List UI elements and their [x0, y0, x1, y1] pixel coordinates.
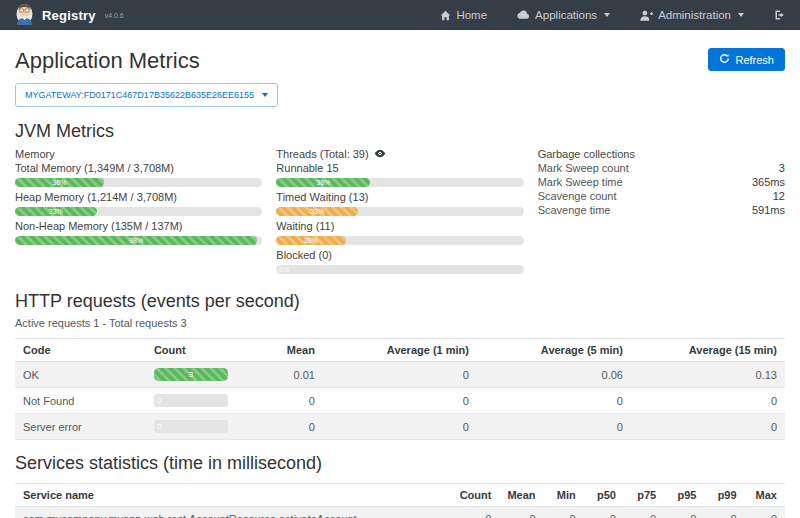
memory-title: Memory: [15, 147, 262, 161]
progress-fill: 98%: [15, 236, 257, 245]
col-header-max: Max: [745, 484, 785, 507]
cloud-icon: [517, 10, 530, 20]
memory-bar-nonheap: Non-Heap Memory (135M / 137M) 98%: [15, 220, 262, 245]
stat-cell: 0: [745, 507, 785, 518]
nav-item-label: Administration: [658, 9, 731, 21]
gc-label: Mark Sweep count: [538, 161, 629, 175]
gc-row: Scavenge time 591ms: [538, 203, 785, 217]
service-row: com.mycompany.myapp.web.rest.AccountReso…: [15, 507, 785, 518]
progress-fill: 3: [154, 368, 228, 381]
progress-fill: 33%: [15, 207, 97, 216]
avg5-cell: 0.06: [477, 362, 631, 388]
mean-cell: 0.01: [269, 362, 323, 388]
nav-item-administration[interactable]: Administration: [640, 9, 744, 21]
progress-track: 28%: [276, 236, 523, 245]
progress-track: 3: [154, 368, 228, 381]
progress-percent-label: 33%: [276, 207, 358, 216]
col-header-avg1: Average (1 min): [323, 339, 477, 362]
avg15-cell: 0: [631, 414, 785, 440]
jvm-metrics-grid: Memory Total Memory (1,349M / 3,708M) 36…: [15, 147, 785, 278]
sign-out-icon: [774, 9, 786, 21]
nav-item-home[interactable]: Home: [440, 9, 487, 21]
count-bar: 3: [154, 368, 228, 381]
gc-value: 365ms: [752, 175, 785, 189]
memory-bar-total: Total Memory (1,349M / 3,708M) 36%: [15, 162, 262, 187]
col-header-avg15: Average (15 min): [631, 339, 785, 362]
http-requests-subtitle: Active requests 1 - Total requests 3: [15, 317, 785, 329]
user-plus-icon: [640, 10, 653, 21]
col-header-min: Min: [544, 484, 584, 507]
col-header-p99: p99: [704, 484, 744, 507]
stat-cell: 0: [624, 507, 664, 518]
bar-label: Timed Waiting (13): [276, 191, 523, 204]
refresh-icon: [719, 53, 730, 66]
nav-items: Home Applications Administration: [440, 9, 786, 21]
nav-item-label: Home: [456, 9, 487, 21]
progress-track: 0: [154, 394, 228, 407]
progress-fill: 38%: [276, 178, 370, 187]
bar-label: Non-Heap Memory (135M / 137M): [15, 220, 262, 233]
gc-row: Scavenge count 12: [538, 189, 785, 203]
memory-bar-heap: Heap Memory (1,214M / 3,708M) 33%: [15, 191, 262, 216]
count-bar: 0: [154, 394, 228, 407]
gc-value: 12: [773, 189, 785, 203]
col-header-avg5: Average (5 min): [477, 339, 631, 362]
progress-fill: 36%: [15, 178, 104, 187]
http-code-cell: Server error: [15, 414, 146, 440]
navbar: Registry v4.0.6 Home Applications: [0, 0, 800, 30]
progress-percent-label: 33%: [15, 207, 97, 216]
jvm-metrics-heading: JVM Metrics: [15, 121, 785, 142]
instance-selector-dropdown[interactable]: MYGATEWAY:FD0171C467D17B35622B635E26EE61…: [15, 83, 278, 107]
refresh-button[interactable]: Refresh: [708, 48, 785, 71]
avg5-cell: 0: [477, 388, 631, 414]
stat-cell: 0: [664, 507, 704, 518]
gc-row: Mark Sweep time 365ms: [538, 175, 785, 189]
bar-label: Total Memory (1,349M / 3,708M): [15, 162, 262, 175]
stat-cell: 0: [499, 507, 543, 518]
brand[interactable]: Registry v4.0.6: [14, 1, 124, 29]
home-icon: [440, 10, 451, 21]
memory-column: Memory Total Memory (1,349M / 3,708M) 36…: [15, 147, 262, 278]
avg15-cell: 0.13: [631, 362, 785, 388]
http-requests-table: Code Count Mean Average (1 min) Average …: [15, 338, 785, 440]
progress-track: 33%: [15, 207, 262, 216]
bar-label: Runnable 15: [276, 162, 523, 175]
services-table-header-row: Service name Count Mean Min p50 p75 p95 …: [15, 484, 785, 507]
http-code-cell: Not Found: [15, 388, 146, 414]
service-name-cell: com.mycompany.myapp.web.rest.AccountReso…: [15, 507, 452, 518]
http-row-not-found: Not Found 0 0 0 0 0: [15, 388, 785, 414]
progress-track: 98%: [15, 236, 262, 245]
eye-icon[interactable]: [374, 147, 386, 161]
progress-percent-label: 28%: [276, 236, 345, 245]
progress-percent-label: 98%: [15, 236, 257, 245]
threads-column: Threads (Total: 39) Runnable 15 38%: [276, 147, 523, 278]
col-header-p50: p50: [584, 484, 624, 507]
bar-label: Waiting (11): [276, 220, 523, 233]
mean-cell: 0: [269, 388, 323, 414]
refresh-label: Refresh: [735, 54, 774, 66]
instance-selector-label: MYGATEWAY:FD0171C467D17B35622B635E26EE61…: [25, 90, 254, 100]
progress-percent-label: 0%: [279, 265, 289, 274]
http-code-cell: OK: [15, 362, 146, 388]
nav-item-applications[interactable]: Applications: [517, 9, 610, 21]
col-header-mean: Mean: [499, 484, 543, 507]
col-header-code: Code: [15, 339, 146, 362]
count-label: 0: [157, 420, 161, 433]
http-requests-heading: HTTP requests (events per second): [15, 291, 785, 312]
mean-cell: 0: [269, 414, 323, 440]
sign-out-button[interactable]: [774, 9, 786, 21]
col-header-p75: p75: [624, 484, 664, 507]
progress-track: 33%: [276, 207, 523, 216]
brand-version: v4.0.6: [105, 12, 124, 19]
http-row-server-error: Server error 0 0 0 0 0: [15, 414, 785, 440]
gc-title: Garbage collections: [538, 147, 785, 161]
col-header-service-name: Service name: [15, 484, 452, 507]
gc-value: 591ms: [752, 203, 785, 217]
http-row-ok: OK 3 0.01 0 0.06 0.13: [15, 362, 785, 388]
bar-label: Blocked (0): [276, 249, 523, 262]
avg15-cell: 0: [631, 388, 785, 414]
gc-label: Scavenge count: [538, 189, 617, 203]
stat-cell: 0: [704, 507, 744, 518]
services-statistics-table: Service name Count Mean Min p50 p75 p95 …: [15, 483, 785, 518]
progress-track: 36%: [15, 178, 262, 187]
